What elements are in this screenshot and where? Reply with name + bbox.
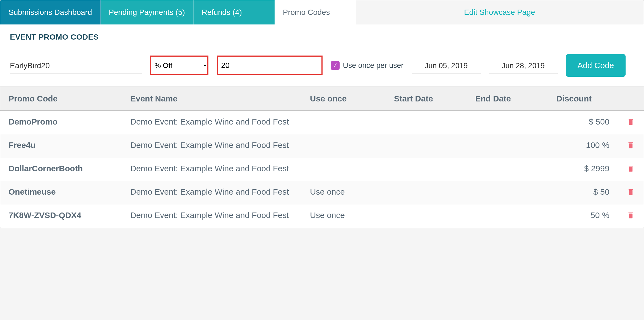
th-event-name: Event Name [122,87,302,111]
cell-discount: $ 50 [548,181,618,205]
cell-use-once: Use once [302,205,386,228]
cell-start-date [386,205,467,228]
start-date-input[interactable] [412,58,481,73]
cell-promo-code: DemoPromo [0,111,122,134]
tab-submissions[interactable]: Submissions Dashboard [0,0,101,24]
discount-type-highlight: % Off [150,56,208,75]
svg-rect-3 [629,190,632,195]
cell-start-date [386,134,467,158]
cell-promo-code: 7K8W-ZVSD-QDX4 [0,205,122,228]
cell-start-date [386,111,467,134]
tab-bar: Submissions Dashboard Pending Payments (… [0,0,644,24]
cell-event-name: Demo Event: Example Wine and Food Fest [122,111,302,134]
table-row: OnetimeuseDemo Event: Example Wine and F… [0,181,644,205]
checkbox-checked-icon: ✓ [331,61,340,70]
cell-promo-code: DollarCornerBooth [0,158,122,181]
cell-end-date [467,158,548,181]
trash-icon[interactable] [627,117,635,126]
trash-icon[interactable] [627,140,635,150]
use-once-checkbox-wrap[interactable]: ✓ Use once per user [331,61,404,70]
cell-event-name: Demo Event: Example Wine and Food Fest [122,134,302,158]
table-row: DemoPromoDemo Event: Example Wine and Fo… [0,111,644,134]
svg-rect-0 [629,120,632,125]
svg-rect-1 [629,144,632,148]
discount-amount-highlight [217,56,323,75]
table-row: DollarCornerBoothDemo Event: Example Win… [0,158,644,181]
discount-type-select[interactable]: % Off [151,57,207,74]
promo-codes-table: Promo Code Event Name Use once Start Dat… [0,87,644,228]
cell-event-name: Demo Event: Example Wine and Food Fest [122,181,302,205]
th-end-date: End Date [467,87,548,111]
end-date-input[interactable] [489,58,558,73]
promo-code-input[interactable] [10,57,142,73]
tab-edit-showcase[interactable]: Edit Showcase Page [356,0,644,24]
table-row: 7K8W-ZVSD-QDX4Demo Event: Example Wine a… [0,205,644,228]
cell-discount: 50 % [548,205,618,228]
tab-refunds[interactable]: Refunds (4) [194,0,275,24]
cell-discount: $ 2999 [548,158,618,181]
cell-promo-code: Free4u [0,134,122,158]
trash-icon[interactable] [627,164,635,173]
add-code-button[interactable]: Add Code [566,54,626,77]
th-use-once: Use once [302,87,386,111]
use-once-label: Use once per user [343,61,404,70]
th-discount: Discount [548,87,618,111]
svg-rect-2 [629,167,632,172]
th-start-date: Start Date [386,87,467,111]
cell-end-date [467,181,548,205]
table-row: Free4uDemo Event: Example Wine and Food … [0,134,644,158]
trash-icon[interactable] [627,211,635,220]
cell-discount: $ 500 [548,111,618,134]
cell-discount: 100 % [548,134,618,158]
cell-end-date [467,205,548,228]
cell-event-name: Demo Event: Example Wine and Food Fest [122,205,302,228]
tab-promo-codes[interactable]: Promo Codes [275,0,356,24]
cell-start-date [386,181,467,205]
cell-end-date [467,134,548,158]
th-actions [618,87,644,111]
th-promo-code: Promo Code [0,87,122,111]
tab-pending-payments[interactable]: Pending Payments (5) [101,0,194,24]
cell-use-once [302,158,386,181]
discount-amount-input[interactable] [221,57,318,74]
cell-start-date [386,158,467,181]
cell-promo-code: Onetimeuse [0,181,122,205]
cell-use-once [302,134,386,158]
svg-rect-4 [629,214,632,219]
cell-use-once: Use once [302,181,386,205]
cell-end-date [467,111,548,134]
cell-use-once [302,111,386,134]
add-code-form: % Off ✓ Use once per user Add Code [0,47,644,87]
trash-icon[interactable] [627,187,635,197]
cell-event-name: Demo Event: Example Wine and Food Fest [122,158,302,181]
page-title: EVENT PROMO CODES [0,24,644,47]
